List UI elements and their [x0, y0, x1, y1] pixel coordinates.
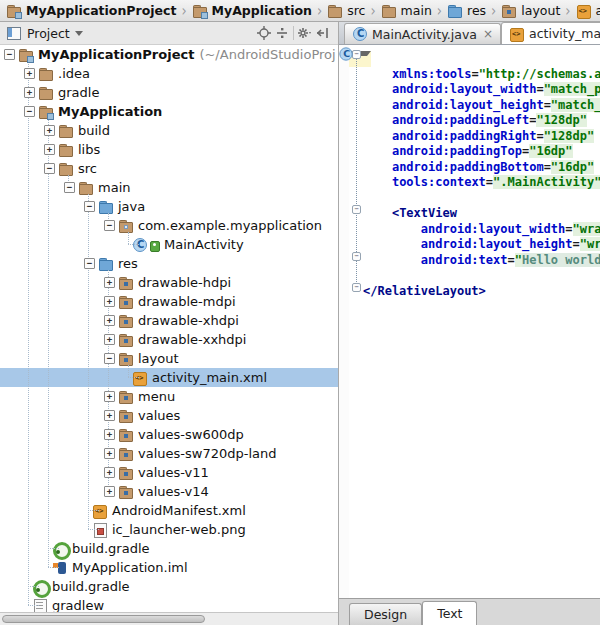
collapse-marker[interactable]: − — [4, 49, 15, 60]
scrollbar-thumb[interactable] — [2, 615, 205, 623]
tree-row-androidmanifest.xml[interactable]: AndroidManifest.xml — [0, 501, 338, 520]
expand-marker[interactable]: + — [104, 448, 115, 459]
tree-row-mainactivity[interactable]: MainActivity — [0, 235, 338, 254]
chevron-down-icon[interactable] — [75, 31, 83, 40]
tree-row-src[interactable]: −src — [0, 159, 338, 178]
editor-tab-label: MainActivity.java — [372, 27, 477, 42]
collapse-marker[interactable]: − — [64, 182, 75, 193]
settings-icon[interactable] — [296, 25, 314, 41]
expand-marker[interactable]: + — [24, 87, 35, 98]
breadcrumb-label: src — [347, 3, 365, 18]
main-split: Project −MyApplicationProject(~/AndroidS… — [0, 22, 600, 625]
tree-row-drawable-xhdpi[interactable]: +drawable-xhdpi — [0, 311, 338, 330]
collapse-all-icon[interactable] — [273, 25, 291, 41]
xml-attr-token: android:layout_width — [421, 222, 566, 236]
editor-tab-activity_main.xml[interactable]: activity_main.xml — [501, 22, 600, 44]
fold-end-marker[interactable]: − — [352, 283, 361, 292]
tree-row-myapplication[interactable]: −MyApplication — [0, 102, 338, 121]
editor-gutter — [339, 45, 349, 598]
tree-guide-line — [28, 61, 29, 605]
expand-marker[interactable]: + — [104, 315, 115, 326]
expand-marker[interactable]: + — [44, 125, 55, 136]
collapse-marker[interactable]: − — [104, 220, 115, 231]
tree-item-label: values — [134, 408, 180, 423]
breadcrumb-item-activity_main.xml[interactable]: activity_main.xml — [574, 3, 600, 19]
close-tab-icon[interactable]: × — [481, 27, 493, 41]
breadcrumb-label: MyApplicationProject — [26, 3, 176, 18]
collapse-marker[interactable]: − — [84, 258, 95, 269]
expand-marker[interactable]: + — [104, 486, 115, 497]
tree-row-values[interactable]: +values — [0, 406, 338, 425]
tree-row-com.example.myapplication[interactable]: −com.example.myapplication — [0, 216, 338, 235]
fold-end-marker[interactable]: − — [352, 252, 361, 261]
code-line: tools:context=".MainActivity"> — [349, 175, 600, 191]
tree-row-drawable-hdpi[interactable]: +drawable-hdpi — [0, 273, 338, 292]
expand-marker[interactable]: + — [104, 429, 115, 440]
expand-marker[interactable]: + — [44, 144, 55, 155]
tree-item-label: .idea — [54, 66, 90, 81]
plain-token — [363, 82, 392, 96]
folder-icon — [327, 3, 343, 19]
mode-tab-design[interactable]: Design — [349, 603, 422, 625]
plain-token — [363, 206, 392, 220]
code-line: </RelativeLayout> — [349, 284, 600, 300]
locate-icon[interactable] — [255, 25, 273, 41]
resource-folder-icon — [118, 446, 134, 462]
plain-token: = — [544, 98, 551, 112]
expand-marker[interactable]: + — [104, 277, 115, 288]
tree-row-main[interactable]: −main — [0, 178, 338, 197]
expand-marker[interactable]: + — [104, 410, 115, 421]
tree-item-label: MainActivity — [160, 237, 244, 252]
tree-row-ic_launcher-web.png[interactable]: ic_launcher-web.png — [0, 520, 338, 539]
mode-tab-text[interactable]: Text — [422, 601, 477, 625]
breadcrumb-item-main[interactable]: main — [379, 3, 434, 19]
collapse-marker[interactable]: − — [104, 353, 115, 364]
tree-row-java[interactable]: −java — [0, 197, 338, 216]
tree-row-.idea[interactable]: +.idea — [0, 64, 338, 83]
tree-row-layout[interactable]: −layout — [0, 349, 338, 368]
breadcrumb-item-res[interactable]: res — [445, 3, 488, 19]
plain-token: = — [536, 129, 543, 143]
xml-value-token: "wrap_content" — [580, 237, 600, 251]
expand-marker[interactable]: + — [104, 296, 115, 307]
breadcrumb-item-myapplication[interactable]: MyApplication — [190, 3, 314, 19]
expand-marker[interactable]: + — [104, 334, 115, 345]
tree-row-myapplicationproject[interactable]: −MyApplicationProject(~/AndroidStudioPro… — [0, 45, 338, 64]
plain-token — [363, 113, 392, 127]
tree-item-label: values-sw720dp-land — [134, 446, 276, 461]
tree-row-gradlew[interactable]: gradlew — [0, 596, 338, 612]
tree-row-gradle[interactable]: +gradle — [0, 83, 338, 102]
xml-value-token: "wrap_content" — [573, 222, 600, 236]
collapse-marker[interactable]: − — [84, 201, 95, 212]
tree-row-values-v11[interactable]: +values-v11 — [0, 463, 338, 482]
tree-guide-line — [48, 118, 49, 567]
tree-row-values-sw600dp[interactable]: +values-sw600dp — [0, 425, 338, 444]
tree-row-values-sw720dp-land[interactable]: +values-sw720dp-land — [0, 444, 338, 463]
breadcrumb-item-layout[interactable]: layout — [499, 3, 562, 19]
breadcrumb-item-src[interactable]: src — [325, 3, 367, 19]
tree-row-libs[interactable]: +libs — [0, 140, 338, 159]
tree-row-build.gradle[interactable]: build.gradle — [0, 577, 338, 596]
tree-row-res[interactable]: −res — [0, 254, 338, 273]
expand-marker[interactable]: + — [24, 68, 35, 79]
tree-row-activity_main.xml[interactable]: activity_main.xml — [0, 368, 338, 387]
fold-collapse-marker[interactable]: − — [352, 205, 361, 214]
tree-row-drawable-xxhdpi[interactable]: +drawable-xxhdpi — [0, 330, 338, 349]
code-view[interactable]: <RelativeLayout xmlns:android="http://sc… — [349, 47, 600, 299]
editor-tab-mainactivity.java[interactable]: MainActivity.java× — [344, 23, 501, 44]
tree-row-menu[interactable]: +menu — [0, 387, 338, 406]
project-panel-title[interactable]: Project — [27, 26, 70, 41]
tree-row-values-v14[interactable]: +values-v14 — [0, 482, 338, 501]
breadcrumb-separator: › — [488, 2, 499, 20]
breadcrumb-item-myapplicationproject[interactable]: MyApplicationProject — [4, 3, 178, 19]
tree-row-build[interactable]: +build — [0, 121, 338, 140]
expand-marker[interactable]: + — [104, 391, 115, 402]
collapse-marker[interactable]: − — [44, 163, 55, 174]
editor-body[interactable]: <RelativeLayout xmlns:android="http://sc… — [339, 45, 600, 598]
hide-panel-icon[interactable] — [314, 25, 332, 41]
resource-folder-icon — [118, 389, 134, 405]
collapse-marker[interactable]: − — [24, 106, 35, 117]
expand-marker[interactable]: + — [104, 467, 115, 478]
related-class-gutter-icon[interactable] — [339, 46, 354, 61]
tree-row-drawable-mdpi[interactable]: +drawable-mdpi — [0, 292, 338, 311]
